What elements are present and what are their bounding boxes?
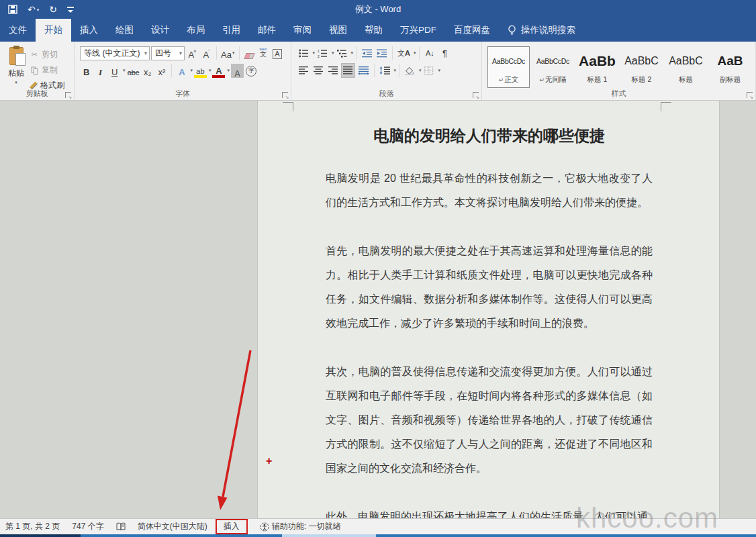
document-page[interactable]: 电脑的发明给人们带来的哪些便捷 电脑发明是 20 世纪最具革命性的科技创新之一，… xyxy=(257,101,720,518)
paragraph-group-label: 段落 xyxy=(291,89,481,99)
font-group: 等线 (中文正文)▾ 四号▾ A˄ Aˇ Aa▾ wén 文 A B I xyxy=(75,42,291,100)
multilevel-list-button[interactable] xyxy=(335,46,348,60)
borders-icon xyxy=(424,66,434,75)
proofing-status-icon[interactable] xyxy=(116,522,126,531)
tab-file[interactable]: 文件 xyxy=(0,19,36,42)
tab-help[interactable]: 帮助 xyxy=(356,19,391,42)
align-right-button[interactable] xyxy=(326,63,340,78)
decrease-indent-button[interactable] xyxy=(361,46,374,60)
underline-button[interactable]: U xyxy=(108,64,121,78)
style-no-spacing[interactable]: AaBbCcDc ↵无间隔 xyxy=(532,46,574,88)
align-center-button[interactable] xyxy=(312,63,325,78)
styles-group: AaBbCcDc ↵正文 AaBbCcDc ↵无间隔 AaBb 标题 1 AaB… xyxy=(482,42,756,100)
shading-button[interactable] xyxy=(404,63,417,78)
change-case-button[interactable]: Aa▾ xyxy=(220,46,235,60)
justify-icon xyxy=(343,66,353,75)
font-name-combobox[interactable]: 等线 (中文正文)▾ xyxy=(80,46,150,60)
asian-layout-button[interactable]: 文A xyxy=(396,46,412,60)
window-title: 例文 - Word xyxy=(0,3,756,15)
tell-me-search[interactable]: 操作说明搜索 xyxy=(499,19,584,42)
eraser-icon xyxy=(244,53,254,59)
shrink-font-button[interactable]: Aˇ xyxy=(200,46,213,60)
accessibility-status[interactable]: 辅助功能: 一切就绪 xyxy=(260,521,341,532)
ribbon: 粘贴 ▾ ✂ 剪切 复制 格式刷 剪贴板 xyxy=(0,42,756,101)
page-number-indicator[interactable]: 第 1 页, 共 2 页 xyxy=(5,521,60,532)
style-normal[interactable]: AaBbCcDc ↵正文 xyxy=(487,46,530,88)
style-heading-2[interactable]: AaBbC 标题 2 xyxy=(620,46,663,88)
line-spacing-button[interactable] xyxy=(378,63,391,78)
paste-button[interactable]: 粘贴 ▾ xyxy=(3,44,30,89)
phonetic-guide-button[interactable]: wén 文 xyxy=(257,46,270,60)
tab-review[interactable]: 审阅 xyxy=(285,19,320,42)
tab-design[interactable]: 设计 xyxy=(142,19,178,42)
copy-button[interactable]: 复制 xyxy=(30,64,64,76)
style-title[interactable]: AaBbC 标题 xyxy=(665,46,707,88)
tab-draw[interactable]: 绘图 xyxy=(107,19,142,42)
document-paragraph: 其次，电脑的普及使得信息传递和交流变得更加方便。人们可以通过互联网和电子邮件等手… xyxy=(326,360,653,481)
tab-mailings[interactable]: 邮件 xyxy=(249,19,285,42)
paint-bucket-icon xyxy=(405,66,416,75)
style-subtitle[interactable]: AaB 副标题 xyxy=(709,46,751,88)
tab-layout[interactable]: 布局 xyxy=(178,19,214,42)
strikethrough-button[interactable]: abc xyxy=(127,64,140,78)
enclose-characters-button[interactable]: 字 xyxy=(245,64,258,78)
multilevel-list-icon xyxy=(337,49,347,58)
grow-font-button[interactable]: A˄ xyxy=(186,46,199,60)
document-paragraph: 首先，电脑发明的最大便捷之处在于其高速运算和处理海量信息的能力。相比于人类手工计… xyxy=(326,239,653,336)
italic-button[interactable]: I xyxy=(94,64,107,78)
text-highlight-button[interactable]: ab xyxy=(194,64,207,78)
document-paragraph: 电脑发明是 20 世纪最具革命性的科技创新之一，它极大地改变了人们的生活方式和工… xyxy=(326,166,653,215)
ribbon-tab-row: 文件 开始 插入 绘图 设计 布局 引用 邮件 审阅 视图 帮助 万兴PDF 百… xyxy=(0,19,756,42)
tab-baidu-netdisk[interactable]: 百度网盘 xyxy=(445,19,499,42)
tab-view[interactable]: 视图 xyxy=(320,19,356,42)
tab-insert[interactable]: 插入 xyxy=(71,19,107,42)
superscript-button[interactable]: x² xyxy=(155,64,168,78)
insert-mode-indicator[interactable]: 插入 xyxy=(216,519,248,534)
document-body[interactable]: 电脑的发明给人们带来的哪些便捷 电脑发明是 20 世纪最具革命性的科技创新之一，… xyxy=(326,124,653,518)
status-bar: 第 1 页, 共 2 页 747 个字 简体中文(中国大陆) 插入 辅助功能: … xyxy=(0,518,756,534)
document-canvas: 电脑的发明给人们带来的哪些便捷 电脑发明是 20 世纪最具革命性的科技创新之一，… xyxy=(0,101,756,518)
justify-button[interactable] xyxy=(341,63,355,78)
copy-icon xyxy=(30,66,39,75)
font-size-combobox[interactable]: 四号▾ xyxy=(151,46,185,60)
bold-button[interactable]: B xyxy=(80,64,93,78)
language-indicator[interactable]: 简体中文(中国大陆) xyxy=(138,521,207,532)
style-heading-1[interactable]: AaBb 标题 1 xyxy=(576,46,618,88)
line-spacing-icon xyxy=(379,66,390,75)
margin-mark-top-left xyxy=(283,102,293,111)
tab-home[interactable]: 开始 xyxy=(36,19,71,42)
font-group-label: 字体 xyxy=(75,89,291,99)
sort-button[interactable]: A↓ xyxy=(423,46,436,60)
distribute-button[interactable] xyxy=(357,63,371,78)
align-left-button[interactable] xyxy=(297,63,310,78)
paste-dropdown-caret[interactable]: ▾ xyxy=(15,80,17,85)
margin-mark-top-right xyxy=(661,102,671,111)
numbering-button[interactable]: 12 xyxy=(316,46,330,60)
character-border-button[interactable]: A xyxy=(271,46,284,60)
word-count-indicator[interactable]: 747 个字 xyxy=(72,521,103,532)
numbering-icon: 12 xyxy=(318,49,328,58)
tab-wondershare-pdf[interactable]: 万兴PDF xyxy=(391,19,445,42)
character-shading-button[interactable]: A xyxy=(231,64,244,78)
clipboard-group-label: 剪贴板 xyxy=(0,89,74,99)
text-effects-button[interactable]: A xyxy=(175,64,188,78)
styles-dialog-launcher[interactable] xyxy=(747,92,753,98)
clipboard-dialog-launcher[interactable] xyxy=(65,92,71,98)
increase-indent-button[interactable] xyxy=(375,46,389,60)
tell-me-label: 操作说明搜索 xyxy=(521,24,575,36)
align-right-icon xyxy=(328,66,338,75)
cut-button[interactable]: ✂ 剪切 xyxy=(30,49,64,60)
tab-references[interactable]: 引用 xyxy=(214,19,249,42)
bullets-button[interactable] xyxy=(297,46,310,60)
paragraph-dialog-launcher[interactable] xyxy=(473,92,479,98)
show-hide-marks-button[interactable]: ¶ xyxy=(438,46,451,60)
subscript-button[interactable]: x₂ xyxy=(141,64,154,78)
align-center-icon xyxy=(314,66,324,75)
font-color-button[interactable]: A xyxy=(212,64,225,78)
clear-formatting-button[interactable] xyxy=(243,46,256,60)
font-dialog-launcher[interactable] xyxy=(282,92,288,98)
word-window: ↶▾ ↻ 例文 - Word 文件 开始 插入 绘图 设计 布局 引用 邮件 审… xyxy=(0,0,756,537)
scissors-icon: ✂ xyxy=(30,50,39,60)
borders-button[interactable] xyxy=(422,63,436,78)
distribute-icon xyxy=(358,66,369,75)
